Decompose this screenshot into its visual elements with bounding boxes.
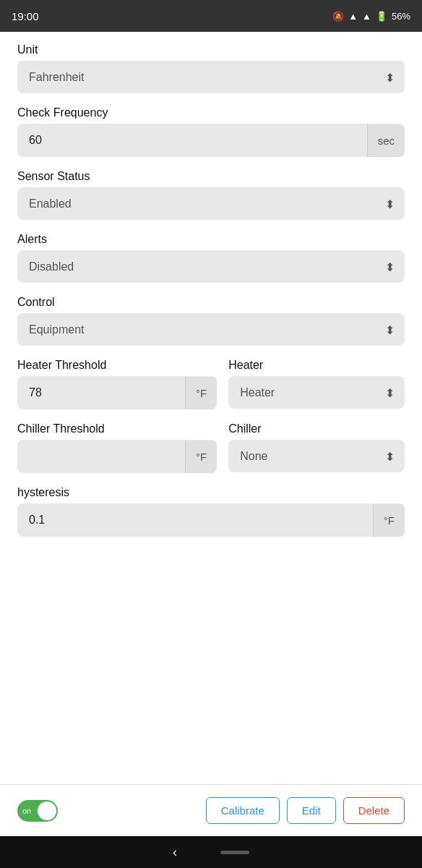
battery-icon: 🔋 [376, 11, 387, 22]
notifications-icon: 🔕 [332, 11, 344, 22]
battery-percent: 56% [392, 11, 410, 22]
heater-threshold-label: Heater Threshold [17, 359, 217, 372]
status-icons: 🔕 ▲ ▲ 🔋 56% [332, 11, 410, 22]
delete-button[interactable]: Delete [343, 797, 405, 824]
control-label: Control [17, 296, 405, 309]
action-buttons: Calibrate Edit Delete [206, 797, 405, 824]
chiller-col: Chiller None Chiller ⬍ [228, 422, 405, 473]
control-select-wrapper: Equipment None ⬍ [17, 313, 405, 346]
toggle-container: on [17, 800, 58, 822]
sensor-status-group: Sensor Status Enabled Disabled ⬍ [17, 170, 405, 220]
heater-threshold-input-wrapper: °F [17, 376, 217, 409]
heater-select-wrapper: Heater None ⬍ [228, 376, 405, 409]
alerts-group: Alerts Disabled Enabled ⬍ [17, 233, 405, 283]
check-frequency-input-wrapper: sec [17, 124, 405, 157]
heater-threshold-input[interactable] [17, 376, 185, 409]
alerts-select-wrapper: Disabled Enabled ⬍ [17, 250, 405, 283]
hysteresis-input[interactable] [17, 503, 373, 537]
signal-icon: ▲ [362, 11, 371, 22]
chiller-threshold-input-wrapper: °F [17, 440, 217, 473]
chiller-threshold-input[interactable] [17, 440, 185, 473]
alerts-label: Alerts [17, 233, 405, 246]
back-chevron-icon[interactable]: ‹ [173, 845, 177, 860]
toggle-label: on [22, 807, 31, 815]
bottom-bar: on Calibrate Edit Delete [0, 784, 422, 836]
check-frequency-unit: sec [367, 124, 405, 157]
chiller-select-wrapper: None Chiller ⬍ [228, 440, 405, 472]
hysteresis-label: hysteresis [17, 486, 405, 499]
main-content: Unit Fahrenheit Celsius ⬍ Check Frequenc… [0, 32, 422, 784]
sensor-status-label: Sensor Status [17, 170, 405, 183]
status-bar: 19:00 🔕 ▲ ▲ 🔋 56% [0, 0, 422, 32]
wifi-icon: ▲ [348, 11, 358, 22]
unit-label: Unit [17, 43, 405, 56]
status-time: 19:00 [12, 10, 39, 22]
chiller-threshold-col: Chiller Threshold °F [17, 422, 217, 473]
check-frequency-input[interactable] [17, 124, 367, 157]
unit-select[interactable]: Fahrenheit Celsius [17, 61, 405, 93]
toggle-switch[interactable]: on [17, 800, 58, 822]
control-select[interactable]: Equipment None [17, 313, 405, 346]
toggle-thumb [38, 801, 56, 820]
alerts-select[interactable]: Disabled Enabled [17, 250, 405, 283]
heater-col: Heater Heater None ⬍ [228, 359, 405, 409]
unit-group: Unit Fahrenheit Celsius ⬍ [17, 43, 405, 93]
heater-row: Heater Threshold °F Heater Heater None ⬍ [17, 359, 405, 409]
chiller-threshold-unit: °F [185, 441, 217, 473]
sensor-status-select[interactable]: Enabled Disabled [17, 187, 405, 220]
chiller-row: Chiller Threshold °F Chiller None Chille… [17, 422, 405, 473]
edit-button[interactable]: Edit [287, 797, 336, 824]
home-pill[interactable] [220, 851, 249, 854]
check-frequency-group: Check Frequency sec [17, 106, 405, 157]
hysteresis-input-wrapper: °F [17, 503, 405, 537]
heater-select[interactable]: Heater None [228, 376, 405, 409]
check-frequency-label: Check Frequency [17, 106, 405, 119]
chiller-select[interactable]: None Chiller [228, 440, 405, 472]
chiller-label: Chiller [228, 422, 405, 435]
unit-select-wrapper: Fahrenheit Celsius ⬍ [17, 61, 405, 93]
hysteresis-unit: °F [373, 504, 405, 537]
sensor-status-select-wrapper: Enabled Disabled ⬍ [17, 187, 405, 220]
heater-threshold-unit: °F [185, 377, 217, 409]
hysteresis-group: hysteresis °F [17, 486, 405, 537]
heater-threshold-col: Heater Threshold °F [17, 359, 217, 409]
chiller-threshold-label: Chiller Threshold [17, 422, 217, 435]
calibrate-button[interactable]: Calibrate [206, 797, 280, 824]
nav-bar: ‹ [0, 836, 422, 868]
control-group: Control Equipment None ⬍ [17, 296, 405, 346]
heater-label: Heater [228, 359, 405, 372]
